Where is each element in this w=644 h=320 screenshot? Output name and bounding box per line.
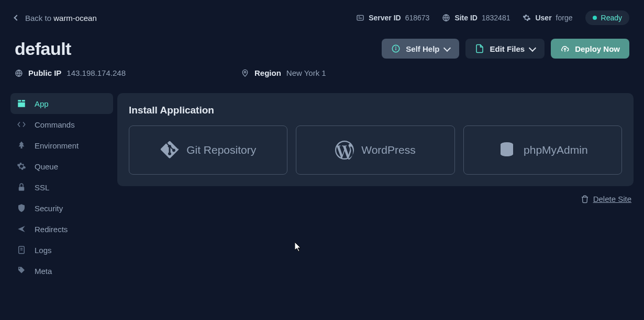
cloud-upload-icon xyxy=(560,44,570,53)
status-text: Ready xyxy=(601,14,622,22)
shield-icon xyxy=(17,203,26,213)
id-card-icon xyxy=(356,14,364,22)
app-option-label: WordPress xyxy=(361,144,415,156)
git-icon xyxy=(160,141,179,159)
server-id-item: Server ID 618673 xyxy=(356,14,429,22)
app-option-wordpress[interactable]: WordPress xyxy=(296,125,454,175)
app-option-phpmyadmin[interactable]: phpMyAdmin xyxy=(463,125,622,175)
sidebar-item-label: Redirects xyxy=(35,225,68,234)
map-pin-icon xyxy=(241,69,249,77)
install-title: Install Application xyxy=(129,105,622,116)
globe-icon xyxy=(442,14,450,22)
sidebar-item-queue[interactable]: Queue xyxy=(10,156,113,177)
chevron-down-icon xyxy=(529,44,536,51)
site-id-item: Site ID 1832481 xyxy=(442,14,510,22)
page-header: default Self Help Edit Files Deploy Now xyxy=(0,36,644,68)
delete-site-link[interactable]: Delete Site xyxy=(593,195,631,203)
user-value: forge xyxy=(556,14,573,22)
sidebar-item-commands[interactable]: Commands xyxy=(10,114,113,135)
svg-point-11 xyxy=(244,71,246,73)
wordpress-icon xyxy=(335,141,354,159)
install-card: Install Application Git Repository WordP… xyxy=(117,93,634,186)
svg-rect-14 xyxy=(18,102,25,107)
svg-rect-12 xyxy=(18,100,21,101)
sidebar-item-logs[interactable]: Logs xyxy=(10,239,113,260)
sidebar-item-label: Meta xyxy=(35,267,52,276)
code-icon xyxy=(17,120,26,129)
trash-icon xyxy=(581,195,589,203)
file-icon xyxy=(475,44,484,53)
sidebar-item-ssl[interactable]: SSL xyxy=(10,177,113,198)
user-label: User xyxy=(535,14,551,22)
site-id-value: 1832481 xyxy=(482,14,510,22)
delete-row: Delete Site xyxy=(117,186,634,212)
lock-icon xyxy=(17,182,26,192)
globe-icon xyxy=(15,69,23,77)
sidebar-item-label: SSL xyxy=(35,183,49,192)
back-target: warm-ocean xyxy=(53,14,97,22)
content: App Commands Environment Queue SSL xyxy=(0,93,644,281)
info-row: Public IP 143.198.174.248 Region New Yor… xyxy=(0,68,644,93)
sidebar-item-label: Logs xyxy=(35,246,52,255)
gear-icon xyxy=(523,14,531,22)
sidebar-item-label: Commands xyxy=(35,120,75,129)
server-id-label: Server ID xyxy=(369,14,401,22)
region-item: Region New York 1 xyxy=(241,68,326,77)
sidebar-item-app[interactable]: App xyxy=(10,93,113,114)
self-help-button[interactable]: Self Help xyxy=(382,39,459,59)
back-link[interactable]: Back to warm-ocean xyxy=(15,14,97,22)
info-icon xyxy=(391,44,401,53)
site-id-label: Site ID xyxy=(454,14,478,22)
public-ip-value: 143.198.174.248 xyxy=(66,68,126,77)
arrow-icon xyxy=(17,224,26,234)
tree-icon xyxy=(17,141,26,150)
region-value: New York 1 xyxy=(286,68,326,77)
tag-icon xyxy=(17,266,26,276)
deploy-now-button[interactable]: Deploy Now xyxy=(551,39,629,59)
sidebar-item-environment[interactable]: Environment xyxy=(10,135,113,156)
top-bar: Back to warm-ocean Server ID 618673 Site… xyxy=(0,0,644,36)
status-pill: Ready xyxy=(585,10,629,25)
chevron-down-icon xyxy=(443,44,451,51)
app-option-label: Git Repository xyxy=(186,144,256,156)
server-id-value: 618673 xyxy=(405,14,430,22)
sidebar-item-security[interactable]: Security xyxy=(10,198,113,219)
app-option-git[interactable]: Git Repository xyxy=(129,125,287,175)
sidebar-item-label: App xyxy=(35,99,49,108)
main: Install Application Git Repository WordP… xyxy=(117,93,634,281)
app-grid: Git Repository WordPress phpMyAdmin xyxy=(129,125,622,175)
sidebar: App Commands Environment Queue SSL xyxy=(10,93,113,281)
app-option-label: phpMyAdmin xyxy=(524,144,588,156)
gear-icon xyxy=(17,162,26,171)
database-icon xyxy=(497,141,516,159)
edit-files-button[interactable]: Edit Files xyxy=(465,39,545,59)
sidebar-item-redirects[interactable]: Redirects xyxy=(10,219,113,239)
sidebar-item-label: Security xyxy=(35,204,63,213)
app-icon xyxy=(17,99,26,108)
public-ip-label: Public IP xyxy=(28,68,61,77)
region-label: Region xyxy=(254,68,281,77)
svg-rect-13 xyxy=(22,100,25,101)
header-actions: Self Help Edit Files Deploy Now xyxy=(382,39,629,59)
page-title: default xyxy=(15,39,71,59)
sidebar-item-meta[interactable]: Meta xyxy=(10,260,113,281)
status-dot-icon xyxy=(593,16,597,20)
deploy-now-label: Deploy Now xyxy=(575,44,620,53)
document-icon xyxy=(17,245,26,255)
sidebar-item-label: Queue xyxy=(35,162,58,171)
user-item[interactable]: User forge xyxy=(523,14,572,22)
public-ip-item: Public IP 143.198.174.248 xyxy=(15,68,126,77)
self-help-label: Self Help xyxy=(406,44,439,53)
back-prefix: Back to xyxy=(25,14,53,22)
edit-files-label: Edit Files xyxy=(490,44,525,53)
sidebar-item-label: Environment xyxy=(35,141,79,150)
svg-point-7 xyxy=(396,47,396,48)
top-bar-right: Server ID 618673 Site ID 1832481 User fo… xyxy=(356,10,629,25)
svg-rect-15 xyxy=(19,187,25,191)
chevron-left-icon xyxy=(14,15,19,20)
